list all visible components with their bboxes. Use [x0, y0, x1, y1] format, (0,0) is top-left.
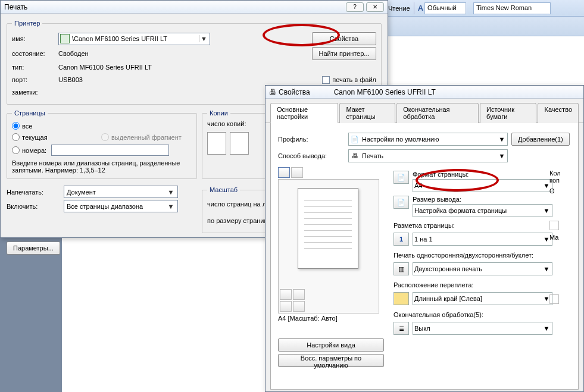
ribbon-toolbar: Чтение A Обычный Times New Roman	[382, 0, 584, 17]
print-to-file-label: печать в файл	[332, 76, 376, 83]
page-layout-select[interactable]: 1 на 1 ▼	[413, 233, 552, 246]
print-dialog-title: Печать	[4, 3, 27, 11]
tab-basic-label: Основные настройки	[277, 106, 308, 120]
style-combo[interactable]: Обычный	[424, 2, 466, 14]
tab-basic[interactable]: Основные настройки	[270, 103, 338, 123]
printer-type-value: Canon MF6100 Series UFRII LT	[58, 64, 152, 71]
tab-finishing-label: Окончательная обработка	[403, 106, 449, 120]
clipped-checkbox[interactable]	[549, 294, 559, 304]
profile-icon: 📄	[350, 134, 360, 144]
print-what-value: Документ	[67, 189, 96, 196]
output-size-icon-button[interactable]: 📄	[394, 196, 409, 209]
finishing-label: Окончательная обработка(5):	[394, 311, 571, 318]
printer-name-select[interactable]: \Canon MF6100 Series UFRII LT ▼	[58, 33, 210, 45]
radio-icon	[12, 122, 20, 130]
properties-button[interactable]: Свойства	[312, 32, 376, 45]
clipped-checkbox[interactable]	[549, 221, 559, 230]
radio-icon	[101, 133, 109, 141]
pages-all-radio[interactable]: все	[12, 122, 192, 130]
ma-cut-label: Ма	[549, 234, 571, 241]
output-size-select[interactable]: Настройка формата страницы ▼	[413, 204, 552, 217]
chevron-down-icon: ▼	[542, 325, 551, 332]
binding-icon	[394, 292, 409, 305]
output-method-value: Печать	[362, 152, 383, 159]
include-value: Все страницы диапазона	[67, 203, 143, 210]
orientation-landscape-button[interactable]	[291, 167, 303, 178]
pages-per-sheet-label: число страниц на ли	[207, 200, 270, 208]
page-format-icon-button[interactable]: 📄	[394, 171, 409, 184]
print-what-select[interactable]: Документ ▼	[64, 186, 178, 198]
page-format-select[interactable]: A4 ▼	[413, 179, 552, 192]
profile-select[interactable]: 📄 Настройки по умолчанию ▼	[348, 133, 508, 146]
print-to-file-checkbox[interactable]: печать в файл	[322, 76, 376, 84]
printer-group-legend: Принтер	[12, 20, 42, 27]
pages-current-radio[interactable]: текущая	[12, 133, 101, 141]
copies-group-legend: Копии	[207, 109, 230, 117]
page-layout-label: Разметка страницы:	[394, 222, 571, 229]
output-size-label: Размер вывода:	[413, 196, 571, 203]
finishing-icon: ≣	[394, 322, 409, 335]
pages-selection-radio: выделенный фрагмент	[101, 133, 182, 141]
binding-select[interactable]: Длинный край [Слева] ▼	[413, 292, 552, 305]
preview-icon[interactable]	[280, 289, 292, 300]
tab-layout-label: Макет страницы	[346, 106, 375, 120]
pages-numbers-input[interactable]	[51, 145, 169, 156]
print-dialog-titlebar: Печать ? ✕	[1, 1, 388, 14]
help-button[interactable]: ?	[346, 2, 364, 12]
pages-hint: Введите номера или диапазоны страниц, ра…	[12, 159, 192, 174]
duplex-label: Печать односторонняя/двухсторонняя/букле…	[394, 252, 571, 259]
pages-selection-label: выделенный фрагмент	[111, 134, 182, 141]
pages-all-label: все	[22, 123, 32, 130]
pages-numbers-label: номера:	[22, 147, 46, 154]
style-value: Обычный	[427, 4, 457, 11]
preview-icon[interactable]	[293, 289, 305, 300]
font-value: Times New Roman	[476, 4, 532, 11]
page-format-label: Формат страницы:	[413, 171, 571, 178]
font-segment[interactable]: Times New Roman	[470, 2, 551, 14]
chevron-down-icon: ▼	[167, 189, 175, 196]
preview-caption: A4 [Масштаб: Авто]	[278, 315, 385, 322]
reading-mode-label: Чтение	[388, 5, 410, 12]
printer-name-value: \Canon MF6100 Series UFRII LT	[72, 35, 167, 42]
collate-icon	[207, 132, 226, 155]
collate-icon	[230, 132, 249, 155]
printer-name-label: имя:	[12, 35, 58, 42]
profile-value: Настройки по умолчанию	[362, 136, 439, 143]
output-method-label: Способ вывода:	[278, 152, 348, 159]
orientation-portrait-button[interactable]	[278, 167, 290, 178]
preview-icon[interactable]	[293, 301, 305, 312]
chevron-down-icon: ▼	[498, 136, 506, 143]
include-select[interactable]: Все страницы диапазона ▼	[64, 200, 178, 212]
duplex-select[interactable]: Двухсторонняя печать ▼	[413, 262, 552, 275]
style-segment[interactable]: A Обычный	[414, 2, 466, 14]
options-button[interactable]: Параметры...	[7, 242, 60, 255]
printer-notes-label: заметки:	[12, 89, 58, 96]
ribbon-secondary-bar	[382, 17, 584, 36]
tab-quality-label: Качество	[544, 106, 572, 113]
find-printer-button[interactable]: Найти принтер...	[312, 47, 376, 60]
finishing-select[interactable]: Выкл ▼	[413, 322, 552, 335]
preview-tool-icons	[280, 289, 305, 312]
printer-properties-dialog: 🖶 Свойства Canon MF6100 Series UFRII LT …	[265, 85, 584, 392]
font-combo[interactable]: Times New Roman	[473, 2, 551, 14]
printer-icon	[60, 34, 70, 43]
tab-quality[interactable]: Качество	[538, 103, 579, 123]
profile-label: Профиль:	[278, 136, 348, 143]
output-method-select[interactable]: 🖶 Печать ▼	[348, 149, 508, 162]
print-what-label: Напечатать:	[7, 189, 64, 196]
tab-source[interactable]: Источник бумаги	[480, 103, 536, 123]
scale-group-legend: Масштаб	[207, 186, 240, 193]
tab-finishing[interactable]: Окончательная обработка	[396, 103, 479, 123]
close-button[interactable]: ✕	[366, 2, 384, 12]
view-settings-button[interactable]: Настройки вида	[278, 338, 384, 352]
pages-numbers-radio[interactable]: номера:	[12, 145, 192, 156]
fit-to-page-label: по размеру страницы	[207, 217, 273, 224]
page-format-value: A4	[414, 182, 422, 189]
restore-defaults-button[interactable]: Восс. параметры по умолчанию	[278, 354, 384, 367]
preview-icon[interactable]	[280, 301, 292, 312]
add-profile-button[interactable]: Добавление(1)	[511, 133, 570, 146]
properties-tabs: Основные настройки Макет страницы Оконча…	[266, 99, 583, 123]
properties-title-suffix: Canon MF6100 Series UFRII LT	[334, 88, 436, 96]
chevron-down-icon: ▼	[199, 35, 208, 42]
tab-layout[interactable]: Макет страницы	[339, 103, 395, 123]
